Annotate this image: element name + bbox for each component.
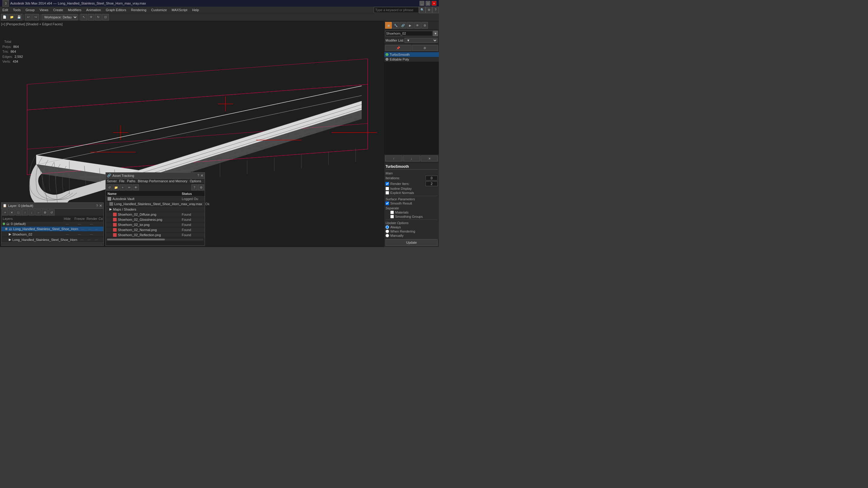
modifier-panel-icon[interactable]: 🔧 [393,22,399,29]
viewport[interactable]: [+] [Perspective] [Shaded + Edged Faces]… [0,21,384,247]
when-rendering-radio[interactable] [385,230,389,233]
open-button[interactable]: 📁 [8,14,15,21]
asset-scrollbar[interactable] [106,238,205,241]
layer-move-to[interactable]: → [35,209,41,216]
asset-menu-file[interactable]: File [119,179,124,183]
help-button[interactable]: ? [432,7,439,13]
menu-create[interactable]: Create [51,7,65,13]
asset-row-diffuse[interactable]: Shoehorn_02_Diffuse.png Found [106,212,205,217]
asset-edit-btn[interactable]: ✏ [126,184,132,190]
menu-maxscript[interactable]: MAXScript [169,7,190,13]
menu-animation[interactable]: Animation [84,7,103,13]
asset-row-file[interactable]: Long_Handled_Stainless_Steel_Shoe_Horn_m… [106,201,205,207]
undo-button[interactable]: ↩ [25,14,32,21]
display-panel-icon[interactable]: ▣ [385,22,392,29]
layer-settings[interactable]: ⚙ [42,209,48,216]
rotate-button[interactable]: ↻ [95,14,101,21]
move-modifier-down[interactable]: ↓ [403,156,420,161]
asset-row-ior[interactable]: Shoehorn_02_ior.png Found [106,222,205,227]
workspace-select[interactable]: Workspace: Default [41,14,78,20]
maximize-button[interactable]: □ [426,1,430,6]
layer-close-button[interactable]: ✕ [99,204,102,208]
layer-row-1[interactable]: 🗂 Long_Handled_Stainless_Steel_Shoe_Horn… [1,227,103,232]
smoothing-groups-checkbox[interactable] [390,215,394,218]
utilities-icon[interactable]: ⚙ [421,22,428,29]
asset-menu-paths[interactable]: Paths [127,179,135,183]
modifier-editable-poly[interactable]: Editable Poly [384,57,439,62]
menu-views[interactable]: Views [37,7,51,13]
new-button[interactable]: 📄 [1,14,8,21]
search-input[interactable] [374,7,419,13]
app-icon: 3 [2,0,9,7]
asset-row-vault[interactable]: Autodesk Vault Logged Ou [106,196,205,201]
isoline-checkbox[interactable] [385,187,389,190]
asset-settings-btn[interactable]: ⚙ [198,184,204,190]
menu-tools[interactable]: Tools [10,7,23,13]
asset-menu-bitmap[interactable]: Bitmap Performance and Memory [138,179,187,183]
asset-new-btn[interactable]: + [120,184,126,190]
save-button[interactable]: 💾 [16,14,22,21]
pin-modifier-button[interactable]: 📌 [385,45,411,51]
layer-scrollbar[interactable] [1,242,103,246]
asset-row-maps[interactable]: ▶ Maps / Shaders [106,207,205,212]
asset-panel-titlebar[interactable]: 🔗 Asset Tracking ? ✕ [106,173,205,178]
update-button[interactable]: Update [385,239,438,246]
asset-help-btn2[interactable]: ? [191,184,197,190]
menu-help[interactable]: Help [190,7,202,13]
layer-help-button[interactable]: ? [96,204,98,207]
scale-button[interactable]: ⊡ [102,14,109,21]
redo-button[interactable]: ↪ [32,14,39,21]
layer-row-3[interactable]: ▶ Long_Handled_Stainless_Steel_Shoe_Horn… [1,237,103,242]
menu-group[interactable]: Group [23,7,37,13]
asset-locate-btn[interactable]: 📁 [113,184,119,190]
search-settings[interactable]: ⚙ [426,7,432,13]
asset-row-reflection[interactable]: Shoehorn_02_Reflection.png Found [106,233,205,238]
materials-checkbox[interactable] [390,210,394,214]
always-radio[interactable] [385,225,389,229]
layer-panel-titlebar[interactable]: 📋 Layer: 0 (default) ? ✕ [1,203,103,209]
iterations-input[interactable] [426,175,438,181]
menu-rendering[interactable]: Rendering [129,7,149,13]
menu-edit[interactable]: Edit [0,7,10,13]
close-button[interactable]: ✕ [432,1,436,6]
asset-close-button[interactable]: ✕ [200,173,204,178]
select-button[interactable]: ↖ [81,14,87,21]
render-iters-checkbox[interactable] [385,182,389,186]
modifier-list-dropdown[interactable]: ▼ [404,38,438,43]
configure-modifier-button[interactable]: ⚙ [412,45,438,51]
display-settings-icon[interactable]: 👁 [414,22,421,29]
move-button[interactable]: ✛ [88,14,94,21]
motion-panel-icon[interactable]: ▶ [407,22,413,29]
manually-radio[interactable] [385,234,389,237]
menu-modifiers[interactable]: Modifiers [65,7,84,13]
asset-help-button[interactable]: ? [197,173,199,178]
layer-row-2[interactable]: ▶ Shoehorn_02 — — — [1,232,103,237]
asset-row-glossiness[interactable]: Shoehorn_02_Glossiness.png Found [106,217,205,222]
explicit-checkbox[interactable] [385,191,389,195]
menu-customize[interactable]: Customize [149,7,169,13]
layer-new-button[interactable]: □ [16,209,22,216]
layer-move-down[interactable]: ↓ [29,209,35,216]
search-button[interactable]: 🔍 [419,7,426,13]
layer-add-button[interactable]: + [2,209,8,216]
asset-menu-options[interactable]: Options [190,179,201,183]
asset-row-normal[interactable]: Shoehorn_02_Normal.png Found [106,227,205,233]
asset-menu-server[interactable]: Server [107,179,117,183]
minimize-button[interactable]: _ [420,1,424,6]
move-modifier-up[interactable]: ↑ [385,156,402,161]
smooth-result-checkbox[interactable] [385,201,389,205]
object-name-arrow[interactable]: ▼ [433,31,438,36]
layer-move-up[interactable]: ↑ [22,209,28,216]
asset-refresh-btn[interactable]: ↺ [106,184,113,190]
layer-refresh[interactable]: ↺ [49,209,55,216]
object-name-input[interactable] [385,31,433,36]
render-iters-input[interactable] [426,181,438,186]
hierarchy-panel-icon[interactable]: 🔗 [400,22,406,29]
asset-view-btn[interactable]: 👁 [133,184,139,190]
menu-graph-editors[interactable]: Graph Editors [103,7,129,13]
delete-modifier[interactable]: ✕ [421,156,438,161]
layer-row-0[interactable]: 🗂 0 (default) — — — [1,221,103,227]
layer-toolbar: + ✕ □ ↑ ↓ → ⚙ ↺ [1,209,103,216]
modifier-turbosmooth[interactable]: TurboSmooth [384,52,439,57]
layer-delete-button[interactable]: ✕ [9,209,15,216]
